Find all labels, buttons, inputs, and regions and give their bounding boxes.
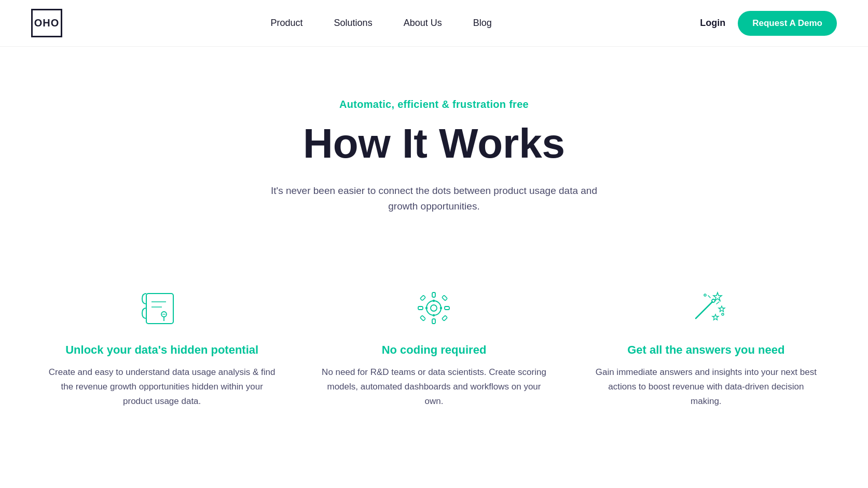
svg-marker-23 [719, 306, 725, 312]
svg-rect-10 [418, 306, 423, 310]
svg-line-25 [708, 296, 710, 298]
svg-rect-8 [432, 292, 435, 297]
feature-no-coding-title: No coding required [320, 343, 548, 357]
svg-rect-0 [146, 294, 173, 324]
nav-product[interactable]: Product [271, 18, 303, 29]
svg-rect-13 [442, 295, 448, 301]
hero-subtitle: Automatic, efficient & frustration free [31, 99, 837, 110]
demo-button[interactable]: Request A Demo [738, 11, 837, 36]
feature-no-coding-desc: No need for R&D teams or data scientists… [320, 365, 548, 409]
feature-no-coding: No coding required No need for R&D teams… [320, 287, 548, 409]
logo-box: OHO [31, 9, 62, 37]
main-nav: Product Solutions About Us Blog [62, 18, 700, 29]
magic-wand-icon [680, 287, 732, 329]
svg-rect-9 [432, 319, 435, 324]
svg-point-18 [426, 307, 428, 309]
svg-point-27 [704, 294, 706, 296]
logo-text: OHO [34, 17, 60, 29]
svg-point-16 [433, 300, 435, 301]
svg-line-26 [717, 302, 719, 304]
svg-point-17 [433, 314, 435, 316]
svg-rect-12 [420, 295, 426, 301]
feature-unlock-title: Unlock your data's hidden potential [48, 343, 276, 357]
hero-section: Automatic, efficient & frustration free … [0, 47, 868, 246]
nav-solutions[interactable]: Solutions [334, 18, 373, 29]
svg-line-20 [696, 302, 712, 318]
feature-answers-desc: Gain immediate answers and insights into… [592, 365, 820, 409]
features-section: Unlock your data's hidden potential Crea… [0, 246, 868, 461]
svg-marker-24 [712, 314, 719, 320]
gear-circuit-icon [408, 287, 460, 329]
feature-answers: Get all the answers you need Gain immedi… [592, 287, 820, 409]
svg-rect-11 [445, 306, 449, 310]
svg-point-21 [712, 299, 715, 302]
svg-point-6 [426, 301, 441, 315]
svg-rect-14 [420, 315, 426, 321]
hero-description: It's never been easier to connect the do… [263, 183, 605, 215]
map-scroll-icon [136, 287, 188, 329]
svg-rect-15 [442, 315, 448, 321]
hero-title: How It Works [31, 121, 837, 166]
feature-answers-title: Get all the answers you need [592, 343, 820, 357]
header-actions: Login Request A Demo [700, 11, 837, 36]
nav-blog[interactable]: Blog [473, 18, 492, 29]
logo[interactable]: OHO [31, 9, 62, 37]
nav-about[interactable]: About Us [404, 18, 442, 29]
login-button[interactable]: Login [700, 18, 725, 29]
svg-point-19 [440, 307, 442, 309]
svg-point-28 [722, 313, 724, 315]
feature-unlock-desc: Create and easy to understand data usage… [48, 365, 276, 409]
svg-point-7 [431, 305, 437, 311]
feature-unlock: Unlock your data's hidden potential Crea… [48, 287, 276, 409]
